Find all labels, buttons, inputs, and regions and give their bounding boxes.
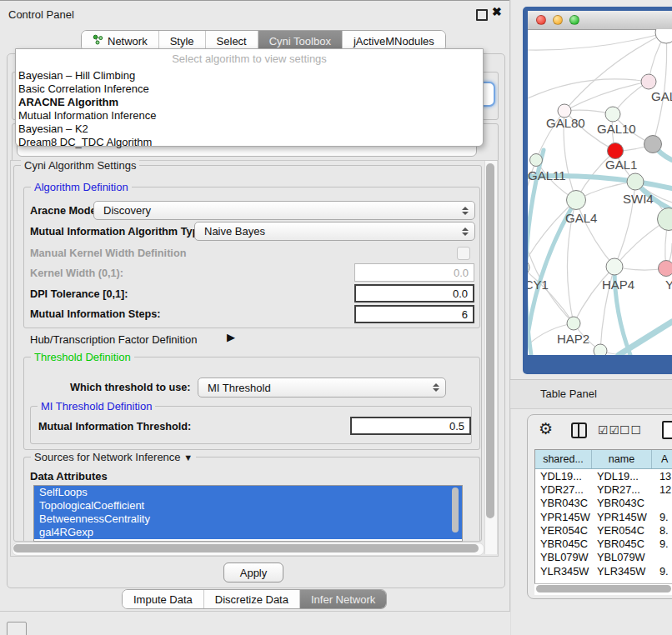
network-node[interactable] [594,344,607,355]
table-row[interactable]: YLR345WYLR345W9. [535,564,672,578]
select-all-checkboxes-icon[interactable]: ☑☑ [598,423,620,437]
expand-right-icon[interactable]: ▶ [227,331,235,343]
algorithm-dropdown-placeholder: Select algorithm to view settings [16,52,483,65]
combo-arrows-icon [462,207,469,215]
network-node[interactable] [658,208,672,231]
network-node-label: GAL10 [597,122,636,136]
which-threshold-value: MI Threshold [208,382,271,394]
network-node-gal10[interactable] [605,107,620,122]
dpi-tolerance-label: DPI Tolerance [0,1]: [30,288,128,300]
table-cell: YDR27... [535,483,592,496]
column-header-shared-name[interactable]: shared... [535,450,592,468]
network-node-hap2[interactable] [567,317,580,330]
table-row[interactable]: YDR27...YDR27...12 [535,482,672,496]
tab-infer-network[interactable]: Infer Network [300,590,386,608]
kernel-width-field[interactable]: 0.0 [354,263,474,282]
mi-threshold-group-title: MI Threshold Definition [38,400,155,412]
column-header-name[interactable]: name [592,450,652,468]
network-node-hap4[interactable] [606,258,623,275]
network-canvas[interactable]: GALGAL80GAL10GAL1GAL11SWI4GAL4GCY1HAP4YH… [528,29,672,355]
table-row[interactable]: YDL19...YDL19...13 [535,469,672,482]
network-edge[interactable] [528,79,649,98]
algorithm-option[interactable]: Bayesian – K2 [18,122,480,136]
table-cell: YBR043C [592,497,652,509]
table-cell: YPR145W [592,511,652,523]
data-attribute-item[interactable]: TopologicalCoefficient [34,499,462,512]
data-attribute-item[interactable]: SelfLoops [34,486,462,499]
which-threshold-combo[interactable]: MI Threshold [198,378,446,398]
data-attributes-list[interactable]: SelfLoopsTopologicalCoefficientBetweenne… [33,485,463,542]
data-attribute-item[interactable]: gal4RGexp [34,526,462,539]
network-node-gal[interactable] [641,74,656,89]
mi-steps-value: 6 [462,308,468,321]
network-node-gal1[interactable] [608,143,624,159]
which-threshold-label: Which threshold to use: [70,382,191,393]
settings-horizontal-scrollbar-thumb[interactable] [13,544,479,552]
panel-divider[interactable] [510,0,511,635]
network-edge[interactable] [576,200,614,267]
table-row[interactable]: YER054CYER054C8. [535,523,672,537]
cyni-algorithm-settings-title: Cyni Algorithm Settings [21,159,139,172]
network-node-label: Y [665,278,672,292]
table-cell: YDR27... [592,483,652,496]
table-row[interactable]: YBR043CYBR043C [535,497,672,510]
mi-threshold-field[interactable]: 0.5 [350,417,471,435]
table-row[interactable]: YIL052CYIL052C9. [535,578,672,581]
float-window-icon[interactable] [476,9,488,21]
settings-vertical-scrollbar-thumb[interactable] [486,163,494,518]
deselect-all-checkboxes-icon[interactable]: ☐☐ [619,423,642,437]
tab-impute-data[interactable]: Impute Data [123,590,204,608]
network-edge[interactable] [653,32,667,144]
tab-network-label: Network [108,35,148,48]
table-row[interactable]: YBL079WYBL079W [535,551,672,564]
algorithm-option[interactable]: Dream8 DC_TDC Algorithm [18,136,480,149]
network-node-swi4[interactable] [627,173,644,190]
mi-type-combo[interactable]: Naive Bayes [194,222,475,241]
mi-steps-field[interactable]: 6 [354,305,474,323]
minimize-traffic-light-icon[interactable] [553,15,563,25]
algorithm-option[interactable]: ARACNE Algorithm [18,96,480,109]
table-row[interactable]: YBR045CYBR045C9. [535,537,672,550]
algorithm-option[interactable]: Bayesian – Hill Climbing [18,69,480,82]
algorithm-definition-title: Algorithm Definition [31,181,132,193]
aracne-mode-combo[interactable]: Discovery [93,201,475,220]
manual-kernel-checkbox[interactable] [457,247,470,260]
column-browser-icon[interactable] [571,422,587,438]
network-edge[interactable] [528,32,666,50]
table-cell: YLR345W [535,565,592,578]
network-window-titlebar[interactable] [528,11,672,30]
close-traffic-light-icon[interactable] [536,15,546,25]
network-node[interactable] [655,29,672,43]
tab-discretize-data[interactable]: Discretize Data [204,590,300,608]
table-cell: 8. [652,524,672,537]
network-node-label: GAL1 [605,158,637,172]
table-cell: YER054C [592,524,652,537]
apply-button[interactable]: Apply [223,562,283,582]
network-edge[interactable] [574,267,614,323]
attribute-list-scrollbar[interactable] [452,488,459,532]
kernel-width-value: 0.0 [454,267,469,279]
table-cell: YLR345W [592,565,652,578]
network-node-label: GCY1 [528,278,549,292]
data-attribute-item[interactable]: BetweennessCentrality [34,512,462,526]
mi-threshold-value: 0.5 [449,420,464,432]
column-header-third[interactable]: A [652,450,672,468]
collapse-down-icon[interactable]: ▼ [183,452,193,462]
export-table-icon[interactable] [662,421,672,439]
dpi-tolerance-field[interactable]: 0.0 [354,284,474,302]
table-row[interactable]: YPR145WYPR145W9. [535,510,672,523]
network-node-gal11[interactable] [530,154,543,167]
network-node[interactable] [644,136,662,153]
settings-gear-icon[interactable]: ⚙ [539,421,553,437]
cutoff-icon-fragment [7,622,27,635]
dpi-tolerance-value: 0.0 [453,288,468,300]
network-node-y[interactable] [659,261,672,277]
table-cell: YBL079W [535,551,592,563]
algorithm-option[interactable]: Mutual Information Inference [18,109,480,122]
network-node-gal4[interactable] [567,191,586,210]
algorithm-option[interactable]: Basic Correlation Inference [18,82,480,96]
close-icon[interactable]: ✖ [492,5,502,18]
table-cell: YBR045C [535,538,592,550]
zoom-traffic-light-icon[interactable] [569,15,579,25]
table-horizontal-scrollbar-thumb[interactable] [536,585,671,592]
